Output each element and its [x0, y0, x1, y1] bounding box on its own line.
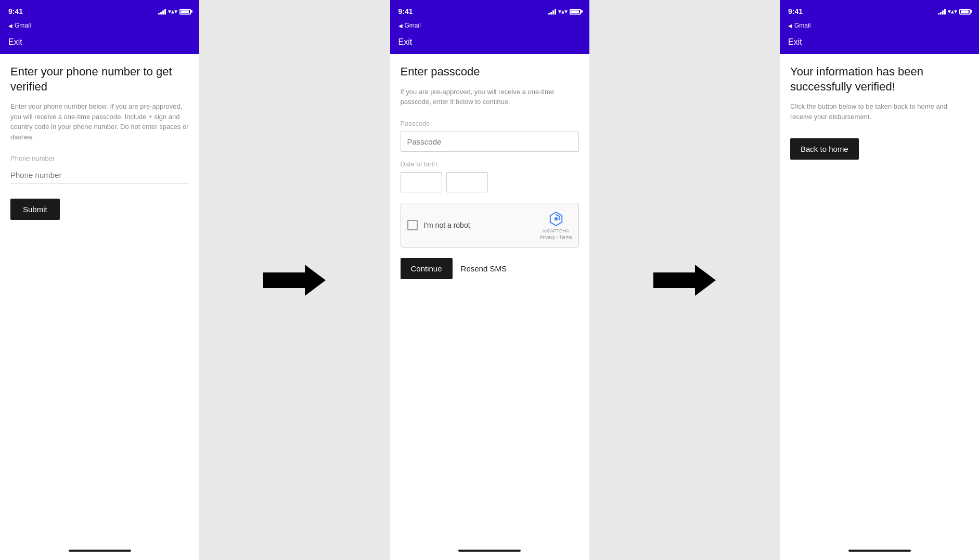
status-bar-2: 9:41 ▾▴▾ — [390, 0, 589, 21]
content-3: Your information has been successfully v… — [780, 54, 979, 544]
battery-icon-2 — [570, 9, 581, 15]
captcha-links: Privacy - Terms — [540, 235, 572, 240]
wifi-icon-2: ▾▴▾ — [558, 8, 568, 15]
page-title-2: Enter passcode — [401, 64, 579, 80]
exit-button-3[interactable]: Exit — [788, 37, 802, 47]
screen-2: 9:41 ▾▴▾ ◀ Gmail Exit Enter passcode If … — [390, 0, 589, 560]
bottom-bar-1 — [0, 544, 199, 560]
flow-arrow-1 — [263, 265, 326, 296]
recaptcha-icon — [548, 211, 564, 227]
exit-button-2[interactable]: Exit — [398, 37, 413, 47]
bottom-bar-2 — [390, 544, 589, 560]
wifi-icon-3: ▾▴▾ — [948, 8, 957, 15]
back-home-button[interactable]: Back to home — [790, 138, 859, 160]
status-icons-1: ▾▴▾ — [158, 8, 191, 15]
wifi-icon-1: ▾▴▾ — [168, 8, 177, 15]
exit-button-1[interactable]: Exit — [8, 37, 22, 47]
continue-button[interactable]: Continue — [401, 258, 453, 279]
resend-button[interactable]: Resend SMS — [461, 264, 507, 273]
bottom-bar-3 — [780, 544, 979, 560]
gmail-label-2: Gmail — [405, 22, 421, 29]
back-arrow-icon-3: ◀ — [788, 23, 792, 29]
signal-icon-3 — [938, 8, 946, 15]
back-arrow-icon-1: ◀ — [8, 23, 12, 29]
captcha-checkbox[interactable] — [407, 220, 418, 230]
battery-icon-3 — [959, 9, 971, 15]
phone-input[interactable] — [10, 166, 189, 184]
page-desc-2: If you are pre-approved, you will receiv… — [401, 87, 579, 107]
submit-button[interactable]: Submit — [10, 199, 60, 220]
screen-1: 9:41 ▾▴▾ ◀ Gmail Exit Enter your phone n… — [0, 0, 199, 560]
captcha-label: I'm not a robot — [424, 221, 470, 229]
page-desc-1: Enter your phone number below. If you ar… — [10, 101, 189, 142]
back-arrow-icon-2: ◀ — [398, 23, 403, 29]
status-time-3: 9:41 — [788, 7, 803, 16]
home-indicator-3 — [848, 550, 911, 552]
status-icons-2: ▾▴▾ — [548, 8, 581, 15]
status-bar-3: 9:41 ▾▴▾ — [780, 0, 979, 21]
header-1: Exit — [0, 32, 199, 54]
flow-arrow-2 — [653, 265, 716, 296]
status-time-2: 9:41 — [398, 7, 413, 16]
content-2: Enter passcode If you are pre-approved, … — [390, 54, 589, 544]
page-title-1: Enter your phone number to get verified — [10, 64, 189, 94]
svg-marker-0 — [263, 265, 326, 296]
gmail-label-1: Gmail — [15, 22, 31, 29]
captcha-terms-link[interactable]: Terms — [559, 235, 572, 240]
screen-3: 9:41 ▾▴▾ ◀ Gmail Exit Your information h… — [780, 0, 979, 560]
page-desc-3: Click the button below to be taken back … — [790, 101, 969, 122]
action-row: Continue Resend SMS — [401, 258, 579, 279]
gmail-row-1: ◀ Gmail — [0, 21, 199, 32]
page-title-3: Your information has been successfully v… — [790, 64, 969, 94]
captcha-widget[interactable]: I'm not a robot reCAPTCHA Privacy - Term… — [401, 203, 579, 248]
status-icons-3: ▾▴▾ — [938, 8, 971, 15]
captcha-privacy-link[interactable]: Privacy — [540, 235, 556, 240]
gmail-label-3: Gmail — [794, 22, 810, 29]
home-indicator-1 — [69, 550, 131, 552]
captcha-logo: reCAPTCHA Privacy - Terms — [540, 211, 572, 240]
captcha-brand-text: reCAPTCHA — [543, 228, 569, 234]
header-2: Exit — [390, 32, 589, 54]
dob-label: Date of birth — [401, 160, 579, 168]
passcode-input[interactable] — [401, 132, 579, 152]
arrow-1 — [199, 0, 390, 560]
phone-label: Phone number — [10, 154, 189, 162]
gmail-row-2: ◀ Gmail — [390, 21, 589, 32]
content-1: Enter your phone number to get verified … — [0, 54, 199, 544]
svg-point-1 — [554, 217, 557, 220]
signal-icon-1 — [158, 8, 166, 15]
status-bar-1: 9:41 ▾▴▾ — [0, 0, 199, 21]
header-3: Exit — [780, 32, 979, 54]
gmail-row-3: ◀ Gmail — [780, 21, 979, 32]
signal-icon-2 — [548, 8, 556, 15]
passcode-label: Passcode — [401, 120, 579, 127]
status-time-1: 9:41 — [8, 7, 23, 16]
arrow-2 — [589, 0, 780, 560]
svg-marker-2 — [653, 265, 716, 296]
dob-row — [401, 172, 579, 192]
captcha-left: I'm not a robot — [407, 220, 470, 230]
home-indicator-2 — [458, 550, 521, 552]
dob-input-2[interactable] — [446, 172, 488, 192]
dob-input-1[interactable] — [401, 172, 442, 192]
battery-icon-1 — [179, 9, 191, 15]
